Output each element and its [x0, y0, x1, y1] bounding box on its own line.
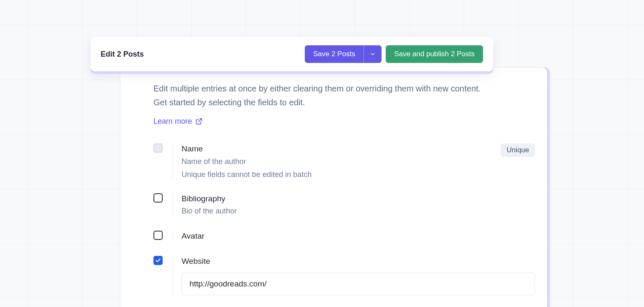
header-bar: Edit 2 Posts Save 2 Posts Save and publi… [91, 37, 493, 71]
field-divider [173, 231, 173, 242]
unique-badge: Unique [501, 143, 535, 157]
header-actions: Save 2 Posts Save and publish 2 Posts [305, 45, 483, 63]
svg-line-0 [198, 119, 202, 122]
save-button[interactable]: Save 2 Posts [305, 45, 364, 63]
intro-text: Edit multiple entries at once by either … [153, 82, 489, 109]
website-input[interactable] [182, 273, 535, 295]
save-publish-button[interactable]: Save and publish 2 Posts [386, 45, 483, 63]
checkbox-avatar[interactable] [153, 231, 163, 240]
field-row-avatar: Avatar [153, 231, 535, 242]
content-area: Edit multiple entries at once by either … [153, 82, 535, 295]
field-subtitle-bibliography: Bio of the author [182, 206, 535, 216]
field-row-name: Name Name of the author Unique fields ca… [153, 143, 535, 179]
check-icon [155, 258, 161, 263]
checkbox-bibliography[interactable] [153, 193, 163, 203]
checkbox-name [153, 143, 163, 153]
field-title-bibliography: Bibliography [182, 193, 535, 204]
field-title-name: Name [182, 143, 535, 154]
field-subtitle-name: Name of the author [182, 156, 535, 167]
field-title-website: Website [182, 256, 535, 267]
field-divider [173, 193, 173, 217]
field-title-avatar: Avatar [182, 231, 535, 242]
chevron-down-icon [370, 51, 376, 57]
field-row-website: Website [153, 256, 535, 295]
field-row-bibliography: Bibliography Bio of the author [153, 193, 535, 217]
save-button-group: Save 2 Posts [305, 45, 382, 63]
external-link-icon [195, 118, 203, 125]
checkbox-website[interactable] [153, 256, 163, 265]
field-divider [173, 143, 173, 179]
field-divider [173, 256, 173, 295]
save-dropdown-toggle[interactable] [364, 45, 382, 63]
learn-more-label: Learn more [153, 117, 192, 126]
learn-more-link[interactable]: Learn more [153, 117, 203, 126]
header-title: Edit 2 Posts [101, 50, 144, 59]
field-note-name: Unique fields cannot be edited in batch [182, 170, 535, 179]
